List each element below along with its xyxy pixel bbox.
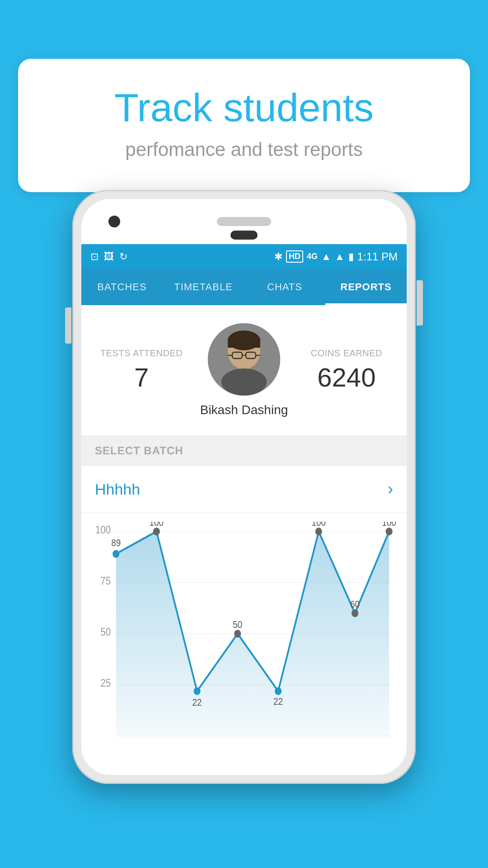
tab-batches[interactable]: BATCHES <box>81 269 163 305</box>
status-bar: ⊡ 🖼 ↻ ✱ HD 4G ▲ ▲ ▮ 1:11 PM <box>81 244 407 269</box>
data-point-3 <box>194 687 201 695</box>
svg-rect-3 <box>228 340 260 348</box>
icon2: 🖼 <box>104 251 114 263</box>
tab-reports[interactable]: REPORTS <box>325 269 407 305</box>
phone-outer: ⊡ 🖼 ↻ ✱ HD 4G ▲ ▲ ▮ 1:11 PM <box>72 190 416 784</box>
data-point-1 <box>113 550 119 557</box>
batch-item[interactable]: Hhhhh › <box>81 466 407 513</box>
signal-icon2: ▲ <box>335 251 345 263</box>
svg-text:100: 100 <box>95 524 111 536</box>
speech-bubble: Track students perfomance and test repor… <box>18 59 470 192</box>
camera-icon <box>108 216 120 227</box>
data-point-5 <box>275 687 282 695</box>
phone-screen: ⊡ 🖼 ↻ ✱ HD 4G ▲ ▲ ▮ 1:11 PM <box>81 244 407 775</box>
4g-badge: 4G <box>307 252 318 261</box>
line-chart: 100 75 50 25 <box>90 522 398 775</box>
tab-timetable[interactable]: TIMETABLE <box>163 269 244 305</box>
data-point-2 <box>153 528 160 535</box>
batch-name: Hhhhh <box>95 481 140 498</box>
coins-earned-value: 6240 <box>300 362 393 392</box>
stats-section: TESTS ATTENDED 7 <box>81 305 407 435</box>
svg-text:100: 100 <box>312 522 326 528</box>
data-point-8 <box>386 528 393 535</box>
bubble-title: Track students <box>45 86 443 130</box>
svg-text:75: 75 <box>100 575 111 587</box>
tab-chats[interactable]: CHATS <box>244 269 325 305</box>
icon1: ⊡ <box>90 251 99 263</box>
status-icons-right: ✱ HD 4G ▲ ▲ ▮ 1:11 PM <box>274 250 398 263</box>
phone-mockup: ⊡ 🖼 ↻ ✱ HD 4G ▲ ▲ ▮ 1:11 PM <box>72 190 416 784</box>
svg-text:25: 25 <box>100 677 111 689</box>
user-name: Bikash Dashing <box>200 403 288 417</box>
svg-text:22: 22 <box>192 697 202 708</box>
svg-text:50: 50 <box>233 619 242 630</box>
coins-earned-block: COINS EARNED 6240 <box>300 348 393 392</box>
svg-text:50: 50 <box>100 626 111 638</box>
avatar-block: Bikash Dashing <box>188 323 300 417</box>
svg-text:89: 89 <box>111 538 121 548</box>
phone-bezel: ⊡ 🖼 ↻ ✱ HD 4G ▲ ▲ ▮ 1:11 PM <box>81 199 407 775</box>
data-point-7 <box>352 609 358 617</box>
icon3: ↻ <box>119 251 127 263</box>
status-icons-left: ⊡ 🖼 ↻ <box>90 251 127 263</box>
svg-point-10 <box>221 368 267 396</box>
svg-text:100: 100 <box>382 522 396 528</box>
tests-attended-block: TESTS ATTENDED 7 <box>95 348 188 392</box>
chart-area: 100 75 50 25 <box>81 513 407 775</box>
bubble-subtitle: perfomance and test reports <box>45 139 443 160</box>
select-batch-label: SELECT BATCH <box>95 444 393 457</box>
tests-attended-label: TESTS ATTENDED <box>95 348 188 359</box>
data-point-6 <box>315 528 322 535</box>
battery-icon: ▮ <box>348 251 354 263</box>
tests-attended-value: 7 <box>95 362 188 392</box>
data-point-4 <box>234 630 241 637</box>
speaker <box>217 217 271 226</box>
status-time: 1:11 PM <box>357 250 398 263</box>
coins-earned-label: COINS EARNED <box>300 348 393 359</box>
phone-top-bar <box>81 199 407 244</box>
avatar <box>208 323 280 396</box>
svg-text:100: 100 <box>150 522 164 528</box>
earpiece <box>230 231 258 240</box>
svg-text:60: 60 <box>350 599 360 609</box>
hd-badge: HD <box>286 250 303 263</box>
bluetooth-icon: ✱ <box>274 251 282 263</box>
svg-text:22: 22 <box>273 696 283 707</box>
chevron-right-icon: › <box>388 480 393 499</box>
signal-icon1: ▲ <box>321 251 331 263</box>
select-batch-header: SELECT BATCH <box>81 435 407 466</box>
nav-tabs: BATCHES TIMETABLE CHATS REPORTS <box>81 269 407 305</box>
